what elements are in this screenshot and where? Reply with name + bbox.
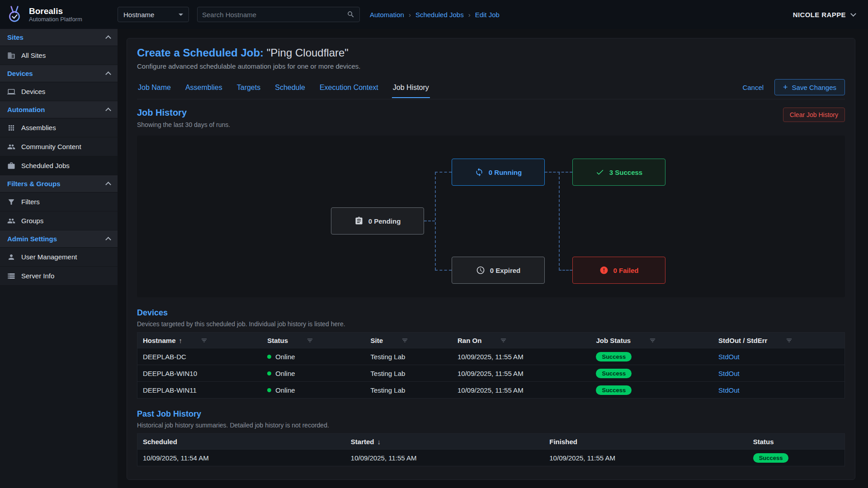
flow-node-label: 0 Expired (490, 267, 521, 274)
filter-icon[interactable] (649, 337, 656, 344)
filter-icon[interactable] (307, 337, 313, 344)
filter-icon[interactable] (201, 337, 208, 344)
stdout-link[interactable]: StdOut (718, 386, 740, 394)
job-history-description: Showing the last 30 days of runs. (137, 121, 230, 128)
success-badge: Success (596, 385, 632, 395)
cell-status: Success (748, 450, 844, 466)
connector-line (424, 221, 435, 221)
column-header-status[interactable]: Status (748, 434, 844, 449)
sidebar-item-devices[interactable]: Devices (0, 82, 118, 101)
server-icon (7, 272, 15, 280)
column-header-ran-on[interactable]: Ran On (452, 333, 591, 348)
page-subtitle: Configure advanced schedulable automatio… (137, 62, 845, 70)
sidebar-item-label: Groups (21, 217, 43, 225)
flow-node-failed: 0 Failed (572, 257, 665, 284)
sidebar-section-filters-groups[interactable]: Filters & Groups (0, 175, 118, 192)
flow-node-label: 0 Pending (368, 217, 401, 225)
tab-assemblies[interactable]: Assemblies (184, 80, 223, 98)
filter-icon[interactable] (500, 337, 507, 344)
breadcrumb-edit-job[interactable]: Edit Job (475, 11, 500, 19)
cell-finished: 10/09/2025, 11:55 AM (544, 450, 747, 466)
column-header-finished[interactable]: Finished (544, 434, 747, 449)
success-badge: Success (596, 352, 632, 361)
devices-heading: Devices (137, 308, 845, 318)
sidebar: Sites All Sites Devices Devices Automati… (0, 29, 118, 488)
hostname-select[interactable]: Hostname (118, 7, 189, 22)
sidebar-section-automation[interactable]: Automation (0, 101, 118, 118)
flow-node-running: 0 Running (452, 159, 545, 186)
sidebar-item-filters[interactable]: Filters (0, 192, 118, 211)
sort-ascending-icon[interactable]: ↑ (179, 337, 183, 344)
search-hostname-input[interactable] (202, 11, 347, 19)
chevron-down-icon (850, 11, 856, 17)
cell-hostname: DEEPLAB-DC (137, 348, 262, 365)
sort-descending-icon[interactable]: ↓ (377, 438, 381, 446)
sidebar-item-all-sites[interactable]: All Sites (0, 46, 118, 65)
search-box (197, 7, 360, 22)
borealis-logo-icon (5, 5, 24, 24)
filter-icon[interactable] (786, 337, 793, 344)
column-header-job-status[interactable]: Job Status (590, 333, 713, 348)
sidebar-item-user-management[interactable]: User Management (0, 248, 118, 267)
tabs: Job Name Assemblies Targets Schedule Exe… (137, 80, 443, 98)
tab-targets[interactable]: Targets (236, 80, 261, 98)
job-status-flow-panel: 0 Pending 0 Running 3 Success 0 Expired (137, 136, 845, 297)
connector-line (435, 172, 452, 173)
tab-schedule[interactable]: Schedule (274, 80, 306, 98)
column-header-scheduled[interactable]: Scheduled (137, 434, 345, 449)
table-row: DEEPLAB-WIN10 Online Testing Lab 10/09/2… (137, 365, 844, 381)
column-header-started[interactable]: Started ↓ (345, 434, 544, 449)
column-header-site[interactable]: Site (365, 333, 452, 348)
column-header-hostname[interactable]: Hostname ↑ (137, 333, 262, 348)
breadcrumb-automation[interactable]: Automation (370, 11, 404, 19)
clear-job-history-button[interactable]: Clear Job History (783, 108, 845, 122)
cancel-button[interactable]: Cancel (742, 84, 764, 91)
tab-actions: Cancel + Save Changes (742, 79, 845, 99)
table-row: DEEPLAB-WIN11 Online Testing Lab 10/09/2… (137, 381, 844, 398)
column-header-stdout[interactable]: StdOut / StdErr (713, 333, 844, 348)
column-header-status[interactable]: Status (262, 333, 365, 348)
connector-line (435, 172, 436, 270)
save-changes-label: Save Changes (792, 84, 836, 91)
tab-job-name[interactable]: Job Name (137, 80, 172, 98)
user-menu[interactable]: NICOLE RAPPE (793, 11, 855, 19)
sidebar-item-groups[interactable]: Groups (0, 211, 118, 230)
connector-line (559, 270, 572, 271)
page-title: Create a Scheduled Job: "Ping Cloudflare… (137, 47, 845, 59)
building-icon (7, 52, 15, 60)
flow-node-label: 0 Failed (613, 267, 639, 274)
cell-site: Testing Lab (365, 382, 452, 398)
tab-job-history[interactable]: Job History (392, 80, 430, 98)
cell-job-status: Success (590, 382, 713, 398)
job-history-heading: Job History (137, 108, 230, 118)
connector-line (559, 172, 560, 270)
cell-site: Testing Lab (365, 365, 452, 381)
chevron-up-icon (105, 71, 111, 77)
table-row: 10/09/2025, 11:54 AM 10/09/2025, 11:55 A… (137, 449, 844, 466)
sidebar-item-scheduled-jobs[interactable]: Scheduled Jobs (0, 156, 118, 175)
sidebar-section-admin-settings[interactable]: Admin Settings (0, 230, 118, 248)
search-icon[interactable] (347, 10, 355, 19)
connector-line (435, 270, 452, 271)
flow-node-success: 3 Success (572, 159, 665, 186)
sidebar-item-assemblies[interactable]: Assemblies (0, 118, 118, 137)
cell-ran-on: 10/09/2025, 11:55 AM (452, 382, 591, 398)
past-job-history-heading: Past Job History (137, 409, 845, 419)
breadcrumb-scheduled-jobs[interactable]: Scheduled Jobs (415, 11, 464, 19)
user-name: NICOLE RAPPE (793, 11, 846, 19)
cell-hostname: DEEPLAB-WIN10 (137, 365, 262, 381)
sidebar-item-label: Assemblies (21, 124, 56, 131)
sidebar-item-server-info[interactable]: Server Info (0, 267, 118, 286)
sidebar-section-devices[interactable]: Devices (0, 65, 118, 82)
filter-icon[interactable] (401, 337, 408, 344)
save-changes-button[interactable]: + Save Changes (774, 79, 845, 95)
stdout-link[interactable]: StdOut (718, 353, 740, 361)
cell-stdout: StdOut (713, 382, 844, 398)
sidebar-section-sites[interactable]: Sites (0, 29, 118, 46)
tab-execution-context[interactable]: Execution Context (319, 80, 379, 98)
success-badge: Success (753, 453, 789, 463)
sidebar-item-community-content[interactable]: Community Content (0, 137, 118, 156)
stdout-link[interactable]: StdOut (718, 370, 740, 377)
clock-expired-icon (476, 266, 485, 275)
brand-text: Borealis Automation Platform (29, 6, 82, 23)
